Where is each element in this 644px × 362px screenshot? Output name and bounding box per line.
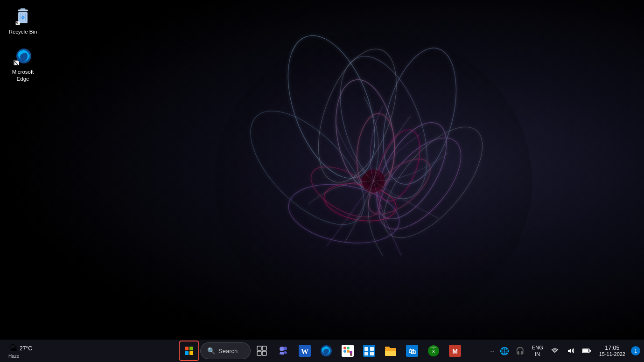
- svg-point-4: [323, 45, 445, 210]
- svg-text:♻: ♻: [21, 15, 25, 20]
- weather-temp: 27°C: [20, 345, 32, 352]
- paint-icon: [342, 345, 354, 357]
- teams-taskbar-button[interactable]: [273, 341, 294, 361]
- teams-icon: [277, 345, 289, 357]
- svg-point-2: [231, 92, 383, 244]
- settings-taskbar-button[interactable]: [359, 341, 379, 361]
- clock-display[interactable]: 17:05 15-11-2022: [595, 344, 629, 358]
- tray-icon-globe[interactable]: 🌐: [497, 342, 511, 359]
- edge-taskbar-button[interactable]: [316, 341, 336, 361]
- lang-line1: ENG: [532, 344, 543, 351]
- svg-rect-31: [262, 351, 266, 355]
- svg-point-16: [366, 174, 380, 188]
- svg-point-8: [284, 176, 404, 251]
- lang-line2: IN: [535, 351, 540, 357]
- svg-text:X: X: [432, 349, 435, 354]
- windows-logo-icon: [185, 347, 193, 355]
- edge-desktop-label: Microsoft Edge: [7, 69, 39, 83]
- taskbar: 🌤 27°C Haze 🔍 Search: [0, 340, 644, 362]
- search-icon: 🔍: [207, 347, 215, 355]
- task-view-icon: [257, 346, 267, 356]
- svg-rect-29: [262, 346, 266, 350]
- wifi-icon[interactable]: [548, 342, 562, 359]
- svg-point-39: [347, 347, 350, 349]
- svg-rect-48: [370, 352, 374, 355]
- svg-rect-51: [385, 349, 396, 351]
- volume-icon[interactable]: [564, 342, 578, 359]
- taskbar-center: 🔍 Search: [179, 341, 465, 361]
- svg-point-43: [350, 351, 352, 354]
- word-taskbar-button[interactable]: W: [294, 341, 315, 361]
- file-explorer-taskbar-button[interactable]: [380, 341, 401, 361]
- weather-icon: 🌤: [8, 343, 18, 354]
- edge-desktop-icon[interactable]: Microsoft Edge: [5, 45, 41, 85]
- svg-point-38: [343, 347, 346, 349]
- store-taskbar-button[interactable]: 🛍: [402, 341, 422, 361]
- svg-point-40: [343, 350, 346, 353]
- svg-text:M: M: [452, 348, 458, 355]
- svg-line-21: [20, 14, 21, 22]
- svg-point-12: [303, 157, 388, 227]
- recycle-bin-image: ♻: [13, 7, 33, 27]
- mcafee-taskbar-button[interactable]: M: [445, 341, 465, 361]
- svg-rect-60: [590, 350, 591, 352]
- store-icon: 🛍: [406, 345, 418, 357]
- system-tray: ︿ 🌐 🎧 ENG IN: [489, 342, 640, 359]
- battery-icon[interactable]: [580, 342, 594, 359]
- edge-taskbar-icon: [320, 345, 332, 357]
- clock-date: 15-11-2022: [599, 351, 625, 357]
- xbox-icon: X: [427, 345, 440, 357]
- settings-icon: [363, 345, 375, 357]
- mcafee-icon: M: [449, 345, 461, 357]
- file-explorer-icon: [385, 345, 397, 357]
- svg-point-33: [280, 347, 284, 351]
- svg-rect-45: [364, 347, 368, 351]
- svg-point-13: [370, 125, 428, 207]
- search-label: Search: [218, 348, 238, 355]
- desktop: ♻ Recycle Bin: [0, 0, 644, 362]
- svg-rect-61: [583, 349, 588, 352]
- svg-rect-28: [257, 346, 261, 350]
- svg-rect-46: [370, 347, 374, 351]
- svg-rect-30: [257, 351, 261, 355]
- svg-rect-19: [21, 8, 26, 10]
- clock-time: 17:05: [605, 345, 619, 351]
- svg-point-0: [271, 24, 392, 189]
- svg-point-15: [362, 169, 385, 193]
- svg-point-5: [303, 39, 412, 193]
- svg-point-6: [328, 75, 403, 195]
- notification-count: 1: [634, 348, 637, 354]
- search-button[interactable]: 🔍 Search: [200, 342, 251, 359]
- svg-text:W: W: [301, 348, 308, 355]
- svg-point-1: [370, 40, 469, 192]
- recycle-bin-label: Recycle Bin: [9, 28, 37, 35]
- edge-desktop-image: [13, 47, 33, 67]
- svg-point-10: [354, 112, 398, 194]
- svg-point-3: [366, 111, 500, 254]
- svg-rect-47: [364, 352, 368, 355]
- start-button[interactable]: [179, 341, 199, 361]
- desktop-icons: ♻ Recycle Bin: [5, 5, 41, 85]
- weather-description: Haze: [8, 354, 19, 359]
- recycle-bin-icon[interactable]: ♻ Recycle Bin: [5, 5, 41, 38]
- word-icon: W: [299, 345, 311, 357]
- xbox-taskbar-button[interactable]: X: [423, 341, 444, 361]
- show-hidden-icons-button[interactable]: ︿: [489, 346, 496, 356]
- tray-icon-headset[interactable]: 🎧: [513, 342, 527, 359]
- svg-text:🛍: 🛍: [408, 348, 416, 355]
- svg-line-23: [25, 14, 26, 22]
- svg-point-7: [363, 111, 461, 230]
- notification-button[interactable]: 1: [631, 346, 640, 355]
- task-view-button[interactable]: [252, 341, 272, 361]
- svg-point-14: [322, 179, 399, 226]
- paint-taskbar-button[interactable]: [337, 341, 358, 361]
- language-indicator[interactable]: ENG IN: [529, 343, 546, 359]
- wallpaper-art: [210, 22, 537, 340]
- svg-point-11: [359, 149, 439, 224]
- svg-point-9: [364, 124, 476, 243]
- svg-point-17: [215, 32, 532, 330]
- weather-widget[interactable]: 🌤 27°C Haze: [4, 342, 41, 360]
- svg-point-41: [347, 350, 350, 353]
